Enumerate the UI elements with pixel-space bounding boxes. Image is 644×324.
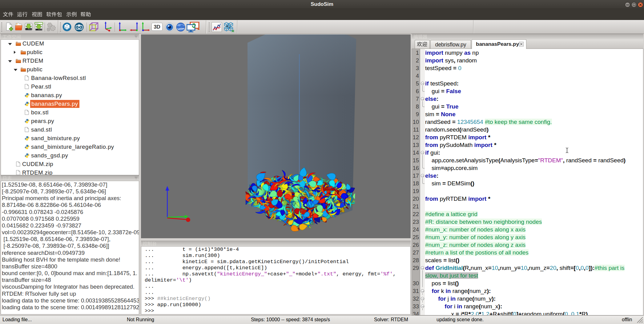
svg-text:L: L [68, 27, 69, 29]
svg-text:T: T [65, 27, 66, 29]
svg-text:R: R [227, 25, 228, 27]
svg-text:T: T [229, 27, 231, 29]
svg-text:S: S [66, 25, 67, 26]
